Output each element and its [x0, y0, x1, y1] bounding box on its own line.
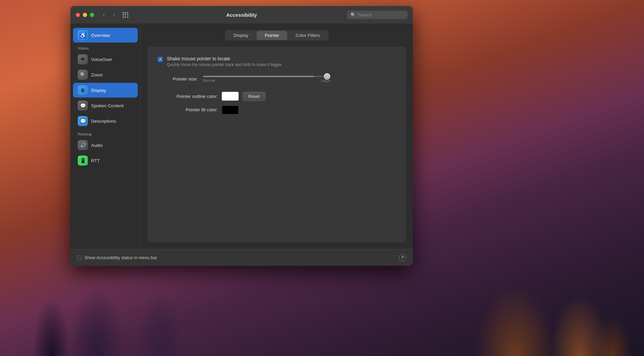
back-button[interactable]: ‹ [100, 10, 108, 19]
maximize-button[interactable] [90, 13, 94, 17]
slider-min-label: Normal [203, 78, 215, 82]
help-button[interactable]: ? [399, 254, 406, 261]
slider-fill [203, 76, 314, 77]
grid-icon [123, 12, 128, 18]
slider-labels: Normal Large [203, 78, 330, 82]
zoom-icon: 🔍 [78, 70, 88, 80]
shake-option-text: Shake mouse pointer to locate Quickly mo… [167, 56, 283, 68]
sidebar-item-display[interactable]: 🖥 Display [73, 83, 138, 98]
main-content: Display Pointer Color Filters ✓ Shake mo… [141, 23, 413, 249]
sidebar-item-spoken-content[interactable]: 💬 Spoken Content [73, 98, 138, 113]
spoken-content-icon: 💬 [78, 101, 88, 111]
sidebar: ♿ Overview Vision 👁 VoiceOver 🔍 Zoom [70, 23, 141, 249]
show-accessibility-label: Show Accessibility status in menu bar [84, 255, 157, 260]
window-body: ♿ Overview Vision 👁 VoiceOver 🔍 Zoom [70, 23, 413, 249]
show-accessibility-option[interactable]: Show Accessibility status in menu bar [77, 255, 157, 260]
chevron-left-icon: ‹ [103, 12, 105, 18]
search-input[interactable] [358, 12, 404, 17]
minimize-button[interactable] [83, 13, 87, 17]
search-bar[interactable]: 🔍 [347, 11, 407, 19]
vision-section-header: Vision [70, 43, 140, 52]
tab-display[interactable]: Display [226, 31, 256, 40]
titlebar: ‹ › Accessibility 🔍 [70, 6, 413, 23]
traffic-lights [76, 13, 94, 17]
shake-checkbox[interactable]: ✓ [157, 57, 163, 62]
slider-container: Normal Large [203, 76, 330, 82]
bottom-bar: Show Accessibility status in menu bar ? [70, 249, 413, 266]
sidebar-item-voiceover[interactable]: 👁 VoiceOver [73, 52, 138, 67]
pointer-fill-label: Pointer fill color: [157, 107, 218, 112]
sidebar-label-descriptions: Descriptions [91, 119, 116, 124]
slider-thumb[interactable] [324, 73, 330, 80]
sidebar-item-zoom[interactable]: 🔍 Zoom [73, 67, 138, 82]
checkmark-icon: ✓ [159, 57, 162, 62]
sidebar-label-rtt: RTT [91, 158, 100, 163]
pointer-size-row: Pointer size: Normal Large [157, 76, 396, 82]
window-title: Accessibility [226, 12, 257, 18]
pointer-outline-label: Pointer outline color: [157, 94, 218, 99]
sidebar-label-audio: Audio [91, 143, 103, 148]
sidebar-label-spoken-content: Spoken Content [91, 103, 124, 108]
sidebar-label-display: Display [91, 88, 106, 93]
chevron-right-icon: › [113, 12, 115, 18]
tab-pointer[interactable]: Pointer [257, 31, 287, 40]
shake-option-title: Shake mouse pointer to locate [167, 56, 283, 61]
pointer-size-label: Pointer size: [157, 76, 198, 81]
hearing-section-header: Hearing [70, 129, 140, 137]
overview-icon: ♿ [78, 30, 88, 40]
pointer-outline-swatch[interactable] [222, 92, 239, 101]
display-icon: 🖥 [78, 85, 88, 95]
sidebar-item-descriptions[interactable]: 💬 Descriptions [73, 114, 138, 128]
shake-option-desc: Quickly move the mouse pointer back and … [167, 62, 283, 68]
pointer-outline-color-row: Pointer outline color: Reset [157, 92, 396, 101]
tabs-container: Display Pointer Color Filters [225, 30, 329, 41]
search-icon: 🔍 [350, 12, 356, 17]
voiceover-icon: 👁 [78, 54, 88, 64]
slider-track[interactable] [203, 76, 330, 77]
sidebar-label-overview: Overview [91, 33, 110, 38]
close-button[interactable] [76, 13, 80, 17]
nav-buttons: ‹ › [100, 10, 118, 19]
shake-checkbox-wrapper[interactable]: ✓ [157, 57, 163, 62]
sidebar-item-overview[interactable]: ♿ Overview [73, 28, 138, 43]
forward-button[interactable]: › [110, 10, 118, 19]
pointer-fill-swatch[interactable] [222, 106, 239, 114]
shake-option-row: ✓ Shake mouse pointer to locate Quickly … [157, 56, 396, 68]
tab-color-filters[interactable]: Color Filters [287, 31, 328, 40]
app-grid-button[interactable] [121, 10, 130, 19]
rtt-icon: 📱 [78, 156, 88, 166]
sidebar-item-rtt[interactable]: 📱 RTT [73, 153, 138, 168]
show-accessibility-checkbox[interactable] [77, 255, 82, 260]
accessibility-window: ‹ › Accessibility 🔍 ♿ [70, 6, 413, 266]
pointer-fill-color-row: Pointer fill color: [157, 106, 396, 114]
content-panel: ✓ Shake mouse pointer to locate Quickly … [147, 47, 406, 242]
reset-button[interactable]: Reset [243, 92, 265, 101]
tabs-bar: Display Pointer Color Filters [147, 30, 406, 41]
sidebar-item-audio[interactable]: 🔊 Audio [73, 138, 138, 153]
descriptions-icon: 💬 [78, 116, 88, 126]
audio-icon: 🔊 [78, 140, 88, 150]
sidebar-label-zoom: Zoom [91, 72, 103, 77]
sidebar-label-voiceover: VoiceOver [91, 57, 112, 62]
